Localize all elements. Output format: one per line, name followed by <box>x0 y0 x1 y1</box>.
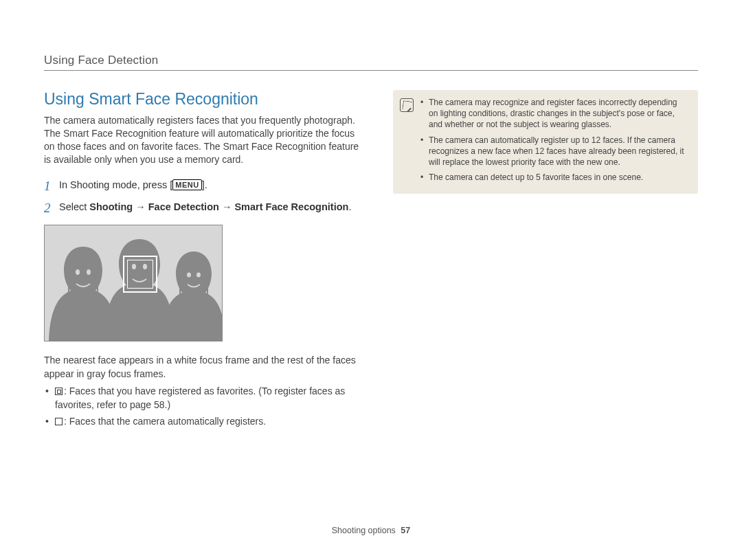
legend: The nearest face appears in a white focu… <box>44 354 360 428</box>
step-2-suffix: . <box>348 201 351 212</box>
square-icon <box>55 418 63 425</box>
breadcrumb: Using Face Detection <box>44 54 698 67</box>
step-2-prefix: Select <box>59 201 89 212</box>
note-item: The camera may recognize and register fa… <box>420 97 688 131</box>
step-1: 1 In Shooting mode, press [MENU]. <box>44 179 360 194</box>
page-footer: Shooting options 57 <box>0 526 742 535</box>
section-intro: The camera automatically registers faces… <box>44 114 360 166</box>
face-frame-white <box>123 256 157 293</box>
note-item: The camera can detect up to 5 favorite f… <box>420 172 688 183</box>
footer-section: Shooting options <box>332 526 396 535</box>
right-column: The camera may recognize and register fa… <box>393 90 698 431</box>
steps-list: 1 In Shooting mode, press [MENU]. 2 Sele… <box>44 179 360 217</box>
legend-intro: The nearest face appears in a white focu… <box>44 354 360 381</box>
legend-item-auto: : Faces that the camera automatically re… <box>44 415 360 429</box>
face-frame-gray <box>179 264 208 295</box>
header-rule: Using Face Detection <box>44 54 698 71</box>
step-1-suffix: ]. <box>202 179 207 190</box>
step-text: Select Shooting → Face Detection → Smart… <box>59 201 351 214</box>
step-number: 2 <box>44 201 59 216</box>
note-icon <box>400 98 414 112</box>
two-column-layout: Using Smart Face Recognition The camera … <box>44 90 698 431</box>
menu-path: Shooting → Face Detection → Smart Face R… <box>89 201 348 212</box>
step-1-prefix: In Shooting mode, press [ <box>59 179 172 190</box>
step-number: 1 <box>44 179 59 194</box>
step-2: 2 Select Shooting → Face Detection → Sma… <box>44 201 360 216</box>
page-number: 57 <box>401 526 410 535</box>
left-column: Using Smart Face Recognition The camera … <box>44 90 360 431</box>
section-title: Using Smart Face Recognition <box>44 90 360 109</box>
menu-button-label: MENU <box>172 179 201 191</box>
face-recognition-illustration <box>44 225 223 341</box>
legend-item-2-text: : Faces that the camera automatically re… <box>64 416 266 427</box>
note-item: The camera can automatically register up… <box>420 135 688 168</box>
face-frame-gray <box>68 261 98 294</box>
step-text: In Shooting mode, press [MENU]. <box>59 179 207 192</box>
legend-item-1-text: : Faces that you have registered as favo… <box>55 385 345 410</box>
note-box: The camera may recognize and register fa… <box>393 90 698 194</box>
note-list: The camera may recognize and register fa… <box>420 97 688 187</box>
legend-item-favorite: : Faces that you have registered as favo… <box>44 385 360 412</box>
double-square-icon <box>55 388 63 395</box>
page: Using Face Detection Using Smart Face Re… <box>0 0 742 431</box>
